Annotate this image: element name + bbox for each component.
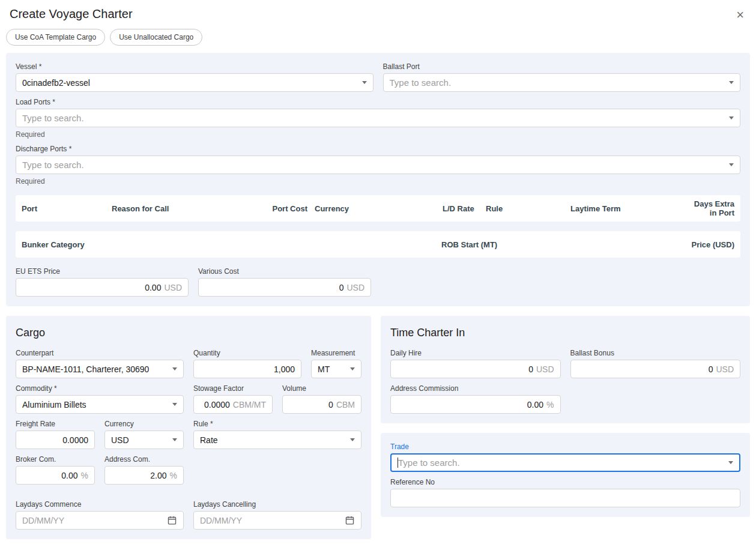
ballast-bonus-label: Ballast Bonus — [570, 349, 741, 357]
reference-no-input[interactable] — [397, 489, 734, 507]
trade-panel: Trade Reference No — [381, 433, 750, 517]
use-coa-template-cargo-button[interactable]: Use CoA Template Cargo — [6, 29, 105, 46]
volume-unit: CBM — [336, 400, 355, 409]
close-icon[interactable]: × — [733, 7, 748, 23]
vessel-label: Vessel * — [16, 62, 373, 71]
freight-rate-label: Freight Rate — [16, 420, 95, 428]
measurement-select[interactable]: MT — [311, 360, 361, 378]
address-com-unit: % — [170, 471, 177, 480]
ports-header-days-extra: Days Extra in Port — [691, 199, 734, 217]
cargo-section-title: Cargo — [16, 327, 361, 339]
address-commission-label: Address Commission — [390, 384, 561, 393]
address-com-field: Address Com. 2.00 % — [104, 455, 184, 485]
currency-select[interactable]: USD — [104, 431, 184, 449]
cargo-source-toggle: Use CoA Template Cargo Use Unallocated C… — [6, 29, 750, 46]
bunkers-header-price: Price (USD) — [691, 240, 734, 249]
eu-ets-price-input[interactable]: 0.00 USD — [16, 278, 189, 297]
time-charter-in-title: Time Charter In — [390, 327, 740, 339]
various-cost-value: 0 — [339, 283, 344, 292]
various-cost-unit: USD — [346, 283, 364, 292]
broker-com-label: Broker Com. — [16, 455, 95, 464]
counterpart-field: Counterpart BP-NAME-1011, Charterer, 306… — [16, 349, 184, 378]
bunkers-table-header: Bunker Category ROB Start (MT) Price (US… — [16, 231, 740, 258]
ballast-port-select — [383, 73, 741, 92]
time-charter-in-panel: Time Charter In Daily Hire 0 USD Ballast… — [381, 316, 750, 423]
stowage-factor-value: 0.0000 — [204, 400, 230, 409]
rule-value: Rate — [200, 435, 218, 445]
measurement-label: Measurement — [311, 349, 361, 357]
commodity-value: Aluminium Billets — [22, 400, 86, 409]
quantity-input[interactable]: 1,000 — [193, 360, 301, 378]
laydays-commence-input[interactable]: DD/MM/YY — [16, 511, 184, 530]
currency-field: Currency USD — [104, 420, 184, 449]
various-cost-label: Various Cost — [198, 267, 371, 276]
vessel-field: Vessel * 0cinadefb2-vessel — [16, 62, 373, 92]
discharge-ports-label: Discharge Ports * — [16, 145, 740, 153]
reference-no-label: Reference No — [390, 478, 740, 486]
laydays-commence-placeholder: DD/MM/YY — [22, 516, 64, 525]
ballast-port-input[interactable] — [390, 74, 725, 91]
laydays-cancelling-field: Laydays Cancelling DD/MM/YY — [193, 500, 361, 530]
address-com-value: 2.00 — [150, 471, 166, 480]
daily-hire-unit: USD — [536, 364, 554, 374]
trade-field: Trade — [390, 443, 740, 472]
ballast-bonus-field: Ballast Bonus 0 USD — [570, 349, 741, 378]
voyage-main-panel: Vessel * 0cinadefb2-vessel Ballast Port … — [6, 53, 750, 306]
stowage-factor-input[interactable]: 0.0000 CBM/MT — [193, 395, 273, 414]
various-cost-input[interactable]: 0 USD — [198, 278, 371, 297]
currency-label: Currency — [104, 420, 184, 428]
page-title: Create Voyage Charter — [10, 7, 133, 21]
trade-input[interactable] — [398, 455, 724, 471]
broker-com-field: Broker Com. 0.00 % — [16, 455, 95, 485]
vessel-value: 0cinadefb2-vessel — [22, 78, 90, 88]
discharge-ports-input[interactable] — [22, 156, 724, 174]
eu-ets-price-value: 0.00 — [145, 283, 161, 292]
rule-field: Rule * Rate — [193, 420, 361, 449]
commodity-select[interactable]: Aluminium Billets — [16, 395, 184, 414]
counterpart-select[interactable]: BP-NAME-1011, Charterer, 30690 — [16, 360, 184, 378]
volume-input: 0 CBM — [282, 395, 361, 414]
use-unallocated-cargo-button[interactable]: Use Unallocated Cargo — [110, 29, 202, 46]
ballast-bonus-value: 0 — [709, 364, 713, 374]
laydays-cancelling-input[interactable]: DD/MM/YY — [193, 511, 361, 530]
rule-select[interactable]: Rate — [193, 431, 361, 449]
eu-ets-price-field: EU ETS Price 0.00 USD — [16, 267, 189, 297]
currency-value: USD — [111, 435, 129, 445]
cargo-panel: Cargo Counterpart BP-NAME-1011, Chartere… — [6, 316, 371, 539]
reference-no-field: Reference No — [390, 478, 740, 507]
freight-rate-field: Freight Rate 0.0000 — [16, 420, 95, 449]
broker-com-input[interactable]: 0.00 % — [16, 466, 95, 485]
freight-rate-input[interactable]: 0.0000 — [16, 431, 95, 449]
laydays-commence-field: Laydays Commence DD/MM/YY — [16, 500, 184, 530]
counterpart-label: Counterpart — [16, 349, 184, 357]
chevron-down-icon — [729, 116, 734, 119]
address-commission-field: Address Commission 0.00 % — [390, 384, 561, 414]
commodity-field: Commodity * Aluminium Billets — [16, 384, 184, 414]
commodity-label: Commodity * — [16, 384, 184, 393]
chevron-down-icon — [729, 81, 734, 84]
reference-no-wrap — [390, 489, 740, 507]
ports-header-currency: Currency — [307, 204, 443, 213]
ballast-port-field: Ballast Port — [383, 62, 741, 92]
chevron-down-icon — [362, 81, 367, 84]
quantity-label: Quantity — [193, 349, 301, 357]
load-ports-input[interactable] — [22, 109, 724, 127]
discharge-ports-select — [16, 156, 740, 174]
daily-hire-field: Daily Hire 0 USD — [390, 349, 561, 378]
measurement-field: Measurement MT — [311, 349, 361, 378]
vessel-select[interactable]: 0cinadefb2-vessel — [16, 73, 373, 92]
freight-rate-value: 0.0000 — [62, 435, 88, 445]
daily-hire-input: 0 USD — [390, 360, 561, 378]
volume-label: Volume — [282, 384, 361, 393]
quantity-field: Quantity 1,000 — [193, 349, 301, 378]
ports-header-rule: Rule — [479, 204, 570, 213]
ballast-bonus-input: 0 USD — [570, 360, 741, 378]
chevron-down-icon — [172, 403, 177, 406]
ports-header-port: Port — [22, 204, 112, 213]
calendar-icon[interactable] — [345, 515, 355, 525]
discharge-ports-required-hint: Required — [16, 177, 740, 186]
various-cost-field: Various Cost 0 USD — [198, 267, 371, 297]
trade-select — [390, 453, 740, 472]
address-com-input[interactable]: 2.00 % — [104, 466, 184, 485]
calendar-icon[interactable] — [167, 515, 177, 525]
